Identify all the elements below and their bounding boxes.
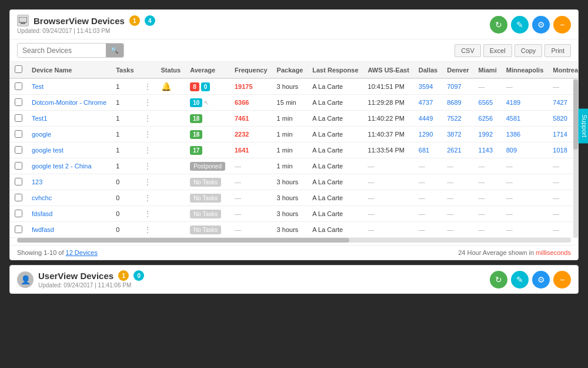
package-value: A La Carte bbox=[308, 127, 363, 142]
table-row: Dotcom-Monitor - Chrome1⋮10 ↖636615 minA… bbox=[10, 95, 578, 111]
average-value: — bbox=[230, 158, 272, 174]
row-menu-button[interactable]: ⋮ bbox=[143, 193, 152, 203]
excel-button[interactable]: Excel bbox=[483, 44, 512, 57]
device-name-link[interactable]: Test bbox=[32, 83, 44, 90]
package-value: A La Carte bbox=[308, 222, 363, 238]
denver-value: 1992 bbox=[474, 127, 502, 142]
col-minneapolis: Minneapolis bbox=[502, 62, 549, 78]
table-row: cvhchc0⋮No Tasks—3 hoursA La Carte——————… bbox=[10, 190, 578, 206]
task-count: 0 bbox=[111, 190, 138, 206]
footer-showing-text: Showing 1-10 of bbox=[17, 249, 66, 256]
device-name-link[interactable]: fwdfasd bbox=[32, 226, 54, 233]
frequency-value: 1 min bbox=[272, 111, 308, 127]
row-menu-button[interactable]: ⋮ bbox=[143, 114, 152, 123]
device-name-link[interactable]: google bbox=[32, 131, 51, 138]
footer-showing: Showing 1-10 of 12 Devices bbox=[17, 249, 98, 256]
status-green-badge: 18 bbox=[190, 114, 202, 123]
device-table: Device Name Tasks Status Average Frequen… bbox=[10, 62, 578, 238]
copy-button[interactable]: Copy bbox=[514, 44, 543, 57]
status-cell: 18 bbox=[185, 127, 230, 142]
device-name-link[interactable]: google test 2 - China bbox=[32, 163, 92, 170]
row-menu-button[interactable]: ⋮ bbox=[143, 98, 152, 107]
userview-actions: ↻ ✎ ⚙ − bbox=[490, 271, 571, 289]
miami-value: — bbox=[502, 206, 549, 222]
device-name-link[interactable]: fdsfasd bbox=[32, 210, 52, 217]
last-response-value: 11:40:37 PM bbox=[363, 127, 414, 142]
status-cell: 17 bbox=[185, 142, 230, 158]
row-checkbox[interactable] bbox=[15, 162, 22, 170]
last-response-value: — bbox=[363, 190, 414, 206]
package-value: A La Carte bbox=[308, 174, 363, 190]
export-buttons: CSV Excel Copy Print bbox=[455, 44, 571, 57]
table-row: Test11⋮1874611 minA La Carte11:40:22 PM4… bbox=[10, 111, 578, 127]
row-menu-button[interactable]: ⋮ bbox=[143, 82, 152, 91]
row-menu-button[interactable]: ⋮ bbox=[143, 177, 152, 187]
last-response-value: 11:40:22 PM bbox=[363, 111, 414, 127]
search-input[interactable] bbox=[18, 44, 106, 57]
aws-us-east-value: — bbox=[414, 206, 442, 222]
row-checkbox[interactable] bbox=[15, 146, 22, 154]
col-montreal: Montreal bbox=[548, 62, 578, 78]
row-checkbox[interactable] bbox=[15, 114, 22, 122]
average-value: 7461 bbox=[230, 111, 272, 127]
search-button[interactable]: 🔍 bbox=[106, 44, 123, 57]
task-count: 1 bbox=[111, 78, 138, 95]
col-denver: Denver bbox=[442, 62, 473, 78]
row-menu-button[interactable]: ⋮ bbox=[143, 225, 152, 234]
row-checkbox[interactable] bbox=[15, 98, 22, 106]
col-alert bbox=[139, 62, 156, 78]
support-tab-container: Support bbox=[550, 137, 584, 149]
print-button[interactable]: Print bbox=[544, 44, 571, 57]
row-menu-button[interactable]: ⋮ bbox=[143, 145, 152, 155]
settings-button[interactable]: ⚙ bbox=[532, 16, 550, 34]
footer-right-text: 24 Hour Average shown in bbox=[458, 249, 536, 256]
device-name-link[interactable]: Test1 bbox=[32, 115, 47, 122]
col-device-name: Device Name bbox=[27, 62, 111, 78]
denver-value: — bbox=[474, 222, 502, 238]
status-red-badge: 8 bbox=[190, 82, 199, 91]
userview-edit-button[interactable]: ✎ bbox=[511, 271, 529, 289]
frequency-value: 3 hours bbox=[272, 78, 308, 95]
row-checkbox[interactable] bbox=[15, 210, 22, 217]
userview-updated: Updated: 09/24/2017 | 11:41:06 PM bbox=[38, 282, 144, 289]
row-menu-button[interactable]: ⋮ bbox=[143, 130, 152, 139]
status-cell: No Tasks bbox=[185, 190, 230, 206]
userview-remove-button[interactable]: − bbox=[553, 271, 571, 289]
denver-value: — bbox=[474, 206, 502, 222]
miami-value: — bbox=[502, 222, 549, 238]
row-checkbox[interactable] bbox=[15, 82, 22, 90]
package-value: A La Carte bbox=[308, 111, 363, 127]
aws-us-east-value: — bbox=[414, 158, 442, 174]
row-checkbox[interactable] bbox=[15, 194, 22, 201]
remove-button[interactable]: − bbox=[553, 16, 571, 34]
device-name-link[interactable]: 123 bbox=[32, 178, 42, 185]
footer-devices-link[interactable]: 12 Devices bbox=[66, 249, 98, 256]
edit-button[interactable]: ✎ bbox=[511, 16, 529, 34]
userview-refresh-button[interactable]: ↻ bbox=[490, 271, 507, 289]
footer-ms-text: milliseconds bbox=[536, 249, 571, 256]
vertical-scrollbar[interactable] bbox=[573, 62, 578, 238]
device-name-link[interactable]: cvhchc bbox=[32, 194, 52, 201]
package-value: A La Carte bbox=[308, 206, 363, 222]
select-all-checkbox[interactable] bbox=[15, 65, 22, 73]
csv-button[interactable]: CSV bbox=[455, 44, 481, 57]
row-checkbox[interactable] bbox=[15, 178, 22, 185]
task-count: 1 bbox=[111, 95, 138, 111]
dallas-value: — bbox=[442, 158, 473, 174]
device-name-link[interactable]: google test bbox=[32, 147, 64, 154]
refresh-button[interactable]: ↻ bbox=[490, 16, 507, 34]
row-menu-button[interactable]: ⋮ bbox=[143, 209, 152, 218]
horizontal-scrollbar[interactable] bbox=[17, 238, 571, 243]
userview-settings-button[interactable]: ⚙ bbox=[532, 271, 550, 289]
table-row: fdsfasd0⋮No Tasks—3 hoursA La Carte—————… bbox=[10, 206, 578, 222]
aws-us-east-value: 4449 bbox=[414, 111, 442, 127]
row-menu-button[interactable]: ⋮ bbox=[143, 161, 152, 171]
row-checkbox[interactable] bbox=[15, 226, 22, 233]
last-response-value: — bbox=[363, 174, 414, 190]
task-count: 1 bbox=[111, 158, 138, 174]
device-name-link[interactable]: Dotcom-Monitor - Chrome bbox=[32, 99, 106, 106]
denver-value: 6256 bbox=[474, 111, 502, 127]
average-value: 1641 bbox=[230, 142, 272, 158]
support-tab[interactable]: Support bbox=[579, 109, 588, 144]
row-checkbox[interactable] bbox=[15, 130, 22, 138]
